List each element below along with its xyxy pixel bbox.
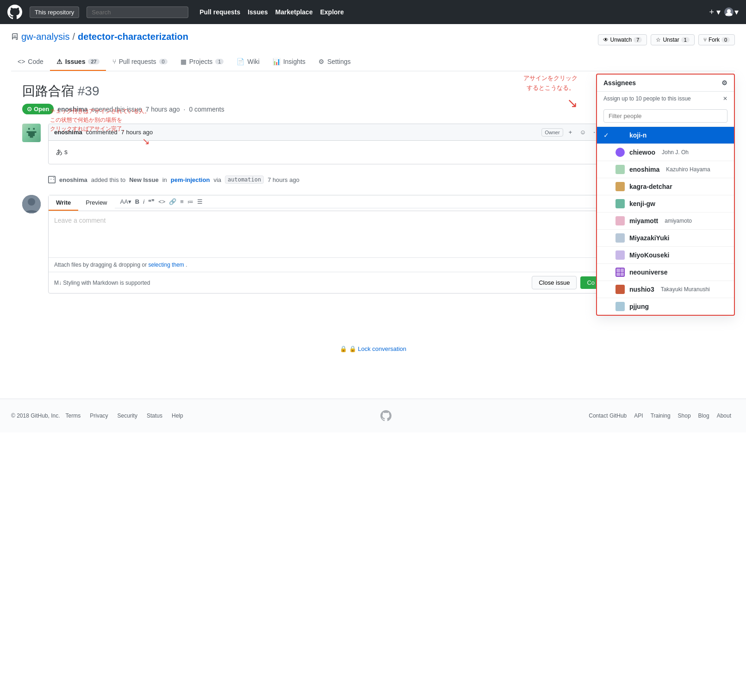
nav-marketplace[interactable]: Marketplace: [275, 8, 313, 16]
star-count: 1: [681, 37, 690, 43]
unwatch-button[interactable]: 👁 Unwatch 7: [598, 34, 647, 45]
tab-pull-requests[interactable]: ⑂ Pull requests 0: [106, 53, 174, 71]
activity-project-link[interactable]: pem-injection: [171, 176, 210, 183]
assignee-item-nushio3[interactable]: nushio3 Takayuki Muranushi: [597, 281, 734, 298]
fork-button[interactable]: ⑂ Fork 0: [698, 34, 735, 45]
write-placeholder: Leave a comment: [54, 217, 106, 224]
api-link[interactable]: API: [634, 412, 643, 419]
assignee-item-miyokouseki[interactable]: MiyoKouseki: [597, 246, 734, 263]
fork-icon: ⑂: [703, 37, 707, 43]
tab-insights[interactable]: 📊 Insights: [266, 53, 312, 71]
close-issue-button[interactable]: Close issue: [532, 276, 577, 289]
assignee-item-chiewoo[interactable]: chiewoo John J. Oh: [597, 144, 734, 161]
github-logo[interactable]: [7, 5, 22, 19]
unstar-button[interactable]: ☆ Unstar 1: [651, 34, 694, 45]
svg-point-0: [727, 9, 731, 13]
select-files-link[interactable]: selecting them: [148, 262, 184, 268]
shop-link[interactable]: Shop: [678, 412, 691, 419]
write-content[interactable]: Leave a comment: [49, 211, 607, 257]
avatar-svg: [25, 126, 38, 139]
italic-icon: i: [143, 198, 144, 205]
assignee-item-koji-n[interactable]: ✓ koji-n: [597, 126, 734, 144]
about-link[interactable]: About: [717, 412, 731, 419]
tab-settings[interactable]: ⚙ Settings: [312, 53, 357, 71]
comment-emoji-button[interactable]: ☺: [578, 128, 588, 137]
kagra-detchar-username: kagra-detchar: [629, 183, 672, 190]
assignee-avatar-kagra: [615, 182, 625, 191]
ordered-list-icon: ≔: [187, 198, 193, 205]
issue-comments-count: 0 comments: [189, 106, 224, 113]
watch-count: 7: [634, 37, 642, 43]
nav-issues[interactable]: Issues: [248, 8, 268, 16]
search-input[interactable]: [87, 6, 188, 18]
tab-preview[interactable]: Preview: [78, 195, 114, 211]
issue-time: 7 hours ago: [146, 106, 180, 113]
nav-links: Pull requests Issues Marketplace Explore: [199, 8, 344, 16]
star-icon: ☆: [656, 37, 661, 43]
assignee-avatar-pj: [615, 302, 625, 311]
assignees-title: Assignees: [603, 79, 636, 87]
terms-link[interactable]: Terms: [66, 412, 81, 419]
svg-rect-5: [30, 136, 33, 138]
assignee-item-kagra-detchar[interactable]: kagra-detchar: [597, 178, 734, 195]
tab-wiki[interactable]: 📄 Wiki: [230, 53, 266, 71]
write-avatar: [22, 195, 41, 213]
assignee-item-neouniverse[interactable]: neouniverse: [597, 263, 734, 281]
settings-gear-icon[interactable]: ⚙: [721, 79, 727, 87]
security-link[interactable]: Security: [118, 412, 137, 419]
tab-issues[interactable]: ⚠ Issues 27: [50, 53, 106, 71]
assignee-item-pjjung[interactable]: pjjung: [597, 298, 734, 315]
miyazakiyuki-username: MiyazakiYuki: [629, 234, 669, 242]
kenji-gw-username: kenji-gw: [629, 200, 655, 207]
close-icon[interactable]: ✕: [723, 95, 727, 102]
repo-icon: [11, 33, 19, 41]
issue-title-text: 回路合宿: [22, 84, 74, 98]
activity-author: enoshima: [59, 176, 87, 183]
lock-conversation-link[interactable]: 🔒 Lock conversation: [349, 345, 406, 352]
assignees-panel-header: Assignees ⚙: [597, 75, 734, 92]
nav-pull-requests[interactable]: Pull requests: [199, 8, 240, 16]
this-repo-button[interactable]: This repository: [30, 6, 79, 18]
assignees-dropdown: Assignees ⚙ Assign up to 10 people to th…: [596, 74, 735, 316]
new-item-button[interactable]: + ▾: [709, 7, 721, 17]
svg-rect-2: [33, 128, 35, 130]
comment-avatar: [22, 124, 41, 142]
project-icon: ▦: [180, 58, 186, 65]
repo-action-buttons: 👁 Unwatch 7 ☆ Unstar 1 ⑂ Fork 0: [598, 34, 735, 45]
repo-link[interactable]: detector-characterization: [78, 31, 188, 42]
tab-write[interactable]: Write: [49, 195, 78, 211]
assignee-item-kenji-gw[interactable]: kenji-gw: [597, 195, 734, 212]
svg-rect-3: [27, 131, 37, 133]
training-link[interactable]: Training: [651, 412, 671, 419]
help-link[interactable]: Help: [172, 412, 183, 419]
org-link[interactable]: gw-analysis: [21, 31, 69, 42]
tab-projects[interactable]: ▦ Projects 1: [174, 53, 230, 71]
assignee-item-miyamott[interactable]: miyamott amiyamoto: [597, 212, 734, 229]
comment-header-actions: Owner + ☺ ⋯: [541, 128, 601, 137]
user-avatar-button[interactable]: ▾: [724, 7, 739, 17]
nav-explore[interactable]: Explore: [320, 8, 344, 16]
link-icon: 🔗: [169, 198, 176, 205]
status-badge: ⊙ Open: [22, 104, 54, 114]
contact-github-link[interactable]: Contact GitHub: [589, 412, 627, 419]
pr-badge: 0: [159, 59, 168, 64]
comment-plus-button[interactable]: +: [567, 128, 574, 137]
write-toolbar: AA▾ B i ❝❞ <> 🔗 ≡ ≔ ☰: [115, 195, 607, 208]
write-actions: M↓ Styling with Markdown is supported Cl…: [49, 272, 607, 293]
callout-arrow: ↘: [523, 93, 578, 114]
blog-link[interactable]: Blog: [698, 412, 709, 419]
privacy-link[interactable]: Privacy: [90, 412, 108, 419]
eye-icon: 👁: [603, 37, 609, 43]
bold-icon: B: [135, 198, 139, 205]
tab-code[interactable]: <> Code: [11, 53, 50, 71]
status-link[interactable]: Status: [147, 412, 162, 419]
assignee-avatar-koji-n: [615, 131, 625, 140]
filter-people-input[interactable]: [603, 109, 727, 123]
issue-title: 回路合宿 #39: [22, 82, 99, 100]
assignee-item-miyazakiyuki[interactable]: MiyazakiYuki: [597, 229, 734, 246]
assignee-item-enoshima[interactable]: enoshima Kazuhiro Hayama: [597, 161, 734, 178]
code-icon: <>: [158, 198, 165, 205]
issue-separator: ·: [184, 106, 186, 113]
activity-time: 7 hours ago: [267, 176, 299, 183]
issues-badge: 27: [88, 59, 99, 64]
